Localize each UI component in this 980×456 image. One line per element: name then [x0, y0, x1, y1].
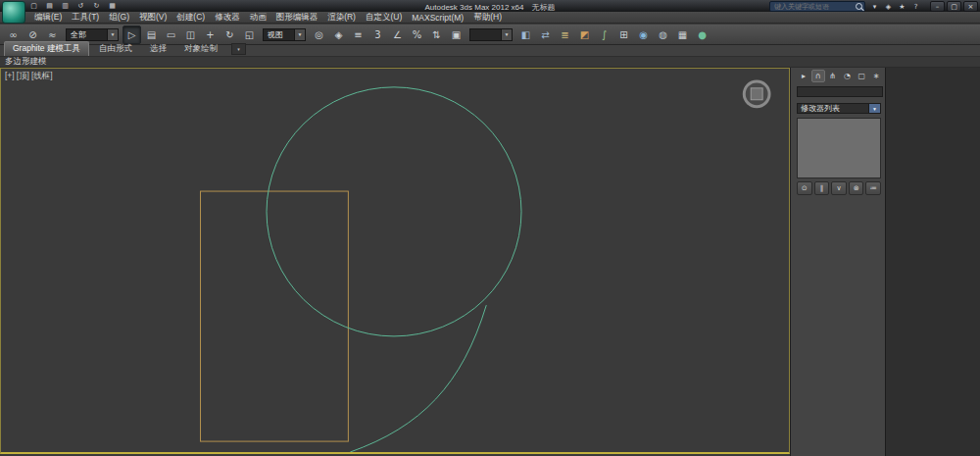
search-icon[interactable] [856, 3, 862, 10]
tab-object-paint[interactable]: 对象绘制 [176, 42, 225, 56]
project-folder-icon[interactable]: ▦ [106, 1, 119, 11]
graphite-ribbon-icon[interactable]: ◩ [575, 25, 594, 44]
document-title: 无标题 [531, 3, 555, 12]
modifier-list-dropdown[interactable]: 修改器列表 ▼ [797, 103, 881, 114]
ribbon-panel-row: 多边形建模 [0, 57, 980, 68]
close-button[interactable]: × [963, 1, 978, 12]
menu-item[interactable]: 修改器 [210, 12, 245, 24]
modifier-stack-buttons: ⊙‖∨⊗≔ [797, 181, 881, 195]
layer-manager-icon[interactable]: ≣ [556, 25, 574, 44]
application-menu-logo[interactable] [2, 1, 25, 24]
communication-center-icon[interactable]: ◈ [883, 2, 894, 12]
circle-spline[interactable] [267, 87, 521, 336]
rectangle-spline[interactable] [201, 191, 349, 441]
tab-motion[interactable]: ◔ [840, 70, 854, 82]
snaps-toggle-icon[interactable]: 3 [368, 25, 387, 44]
minimize-button[interactable]: – [930, 1, 945, 12]
pin-stack-button[interactable]: ⊙ [797, 181, 812, 195]
select-object-icon[interactable]: ▷ [122, 25, 141, 44]
command-panel-tabs: ▸∩⋔◔▢∗ [791, 68, 885, 83]
search-input[interactable] [772, 2, 854, 11]
show-end-result-button[interactable]: ‖ [814, 181, 830, 195]
window-crossing-icon[interactable]: ◫ [181, 25, 200, 44]
modifier-stack-list[interactable] [797, 118, 881, 178]
mirror-icon[interactable]: ◧ [516, 25, 535, 44]
align-icon[interactable]: ⇄ [536, 25, 555, 44]
menu-item[interactable]: 自定义(U) [361, 12, 407, 24]
rendered-frame-icon[interactable]: ▦ [673, 25, 692, 44]
select-and-rotate-icon[interactable]: ↻ [220, 25, 239, 44]
viewcube[interactable] [744, 81, 769, 107]
rectangular-selection-region-icon[interactable]: ▭ [162, 25, 180, 44]
render-setup-icon[interactable]: ◍ [654, 25, 672, 44]
modifier-list-value: 修改器列表 [801, 103, 840, 114]
schematic-view-icon[interactable]: ⊞ [614, 25, 633, 44]
angle-snap-icon[interactable]: ∠ [388, 25, 407, 44]
menu-item[interactable]: 视图(V) [134, 12, 172, 24]
tab-create[interactable]: ▸ [797, 70, 810, 82]
selection-filter-value: 全部 [71, 29, 86, 40]
empty-dock-area [885, 68, 980, 456]
tab-hierarchy[interactable]: ⋔ [826, 70, 840, 82]
viewport-shading-menu[interactable]: [线框] [31, 71, 53, 82]
menu-item[interactable]: 编辑(E) [29, 12, 67, 24]
tab-display[interactable]: ▢ [855, 70, 868, 82]
curve-editor-icon[interactable]: ∫ [595, 25, 613, 44]
new-scene-icon[interactable]: ▢ [27, 1, 40, 11]
search-scope-chevron-icon[interactable]: ▾ [869, 2, 880, 12]
menu-item[interactable]: 帮助(H) [468, 12, 507, 24]
viewcube-face[interactable] [751, 88, 762, 100]
make-unique-button[interactable]: ∨ [831, 181, 847, 195]
tab-freeform[interactable]: 自由形式 [91, 42, 140, 56]
render-production-icon[interactable]: ● [693, 25, 711, 44]
select-and-scale-icon[interactable]: ◱ [240, 25, 259, 44]
favorites-star-icon[interactable]: ★ [897, 2, 907, 12]
menu-item[interactable]: 渲染(R) [322, 12, 361, 24]
ribbon-minimize-toggle[interactable]: ▾ [231, 43, 246, 55]
infocenter-search[interactable] [769, 1, 865, 12]
chevron-down-icon: ▼ [501, 29, 512, 40]
tab-selection[interactable]: 选择 [142, 42, 174, 56]
viewport-pov-menu[interactable]: [顶] [17, 71, 29, 82]
viewport-general-menu[interactable]: [+] [5, 71, 15, 82]
viewport-canvas[interactable] [1, 69, 789, 452]
select-and-move-icon[interactable]: + [201, 25, 220, 44]
polygon-modeling-panel-label[interactable]: 多边形建模 [5, 56, 47, 68]
selection-filter-dropdown[interactable]: 全部 ▼ [66, 28, 119, 41]
select-and-manipulate-icon[interactable]: ◈ [329, 25, 348, 44]
help-icon[interactable]: ? [910, 2, 921, 12]
use-pivot-center-icon[interactable]: ◎ [310, 25, 328, 44]
maximize-button[interactable]: ▢ [947, 1, 961, 12]
tab-modify[interactable]: ∩ [811, 70, 825, 82]
object-name-field[interactable] [797, 86, 883, 97]
menu-item[interactable]: 创建(C) [172, 12, 210, 24]
menu-item[interactable]: 工具(T) [67, 12, 104, 24]
open-file-icon[interactable]: ▤ [43, 1, 56, 11]
tab-graphite-modeling-tools[interactable]: Graphite 建模工具 [4, 41, 89, 56]
curve-spline[interactable] [350, 305, 486, 452]
percent-snap-icon[interactable]: % [408, 25, 426, 44]
chevron-down-icon: ▼ [868, 104, 880, 113]
tab-utilities[interactable]: ∗ [869, 70, 883, 82]
undo-icon[interactable]: ↺ [74, 1, 87, 11]
edit-named-sets-icon[interactable]: ▣ [447, 25, 466, 44]
select-by-name-icon[interactable]: ▤ [142, 25, 161, 44]
top-viewport[interactable]: [+] [顶] [线框] [0, 68, 790, 454]
ribbon-tab-bar: Graphite 建模工具 自由形式 选择 对象绘制 ▾ [0, 45, 980, 57]
remove-modifier-button[interactable]: ⊗ [849, 181, 864, 195]
keyboard-override-icon[interactable]: ≡ [349, 25, 368, 44]
coord-system-value: 视图 [268, 29, 283, 40]
named-selection-sets-dropdown[interactable]: ▼ [469, 28, 513, 41]
configure-modifier-sets-button[interactable]: ≔ [865, 181, 881, 195]
quick-access-toolbar: ▢▤▥↺↻▦ [27, 1, 119, 11]
window-controls: –▢× [930, 1, 978, 12]
redo-icon[interactable]: ↻ [90, 1, 103, 11]
reference-coordinate-system-dropdown[interactable]: 视图 ▼ [263, 28, 306, 41]
menu-item[interactable]: 动画 [245, 12, 271, 24]
spinner-snap-icon[interactable]: ⇅ [427, 25, 446, 44]
material-editor-icon[interactable]: ◉ [634, 25, 653, 44]
menu-item[interactable]: MAXScript(M) [407, 13, 468, 23]
save-file-icon[interactable]: ▥ [59, 1, 72, 11]
menu-item[interactable]: 组(G) [104, 12, 134, 24]
menu-item[interactable]: 图形编辑器 [271, 12, 323, 24]
